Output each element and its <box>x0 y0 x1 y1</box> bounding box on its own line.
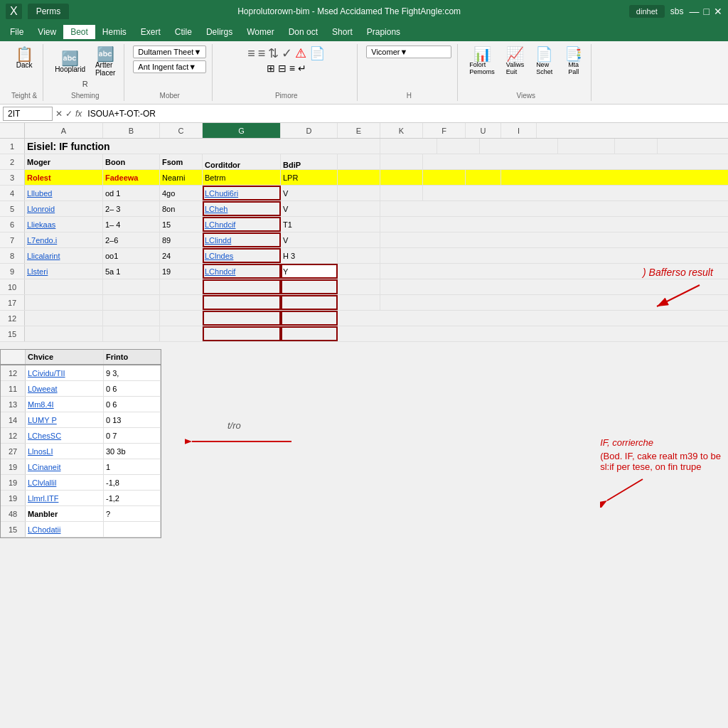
cell-c1[interactable] <box>437 139 480 154</box>
cell-g10[interactable] <box>203 279 281 294</box>
cell-b2[interactable]: Boon <box>103 154 160 169</box>
mta-button[interactable]: 📑 MtaPall <box>562 46 585 77</box>
cell-k2[interactable] <box>380 154 423 169</box>
cell-b4[interactable]: od 1 <box>103 186 160 200</box>
lower-num-19c[interactable]: 19 <box>1 491 26 505</box>
cell-a2[interactable]: Moger <box>25 154 103 169</box>
new-schet-button[interactable]: 📄 NewSchet <box>532 46 556 77</box>
cell-c7[interactable]: 89 <box>160 232 203 247</box>
window-controls[interactable]: — □ ✕ <box>690 6 722 17</box>
ant-dropdown[interactable]: Ant Ingent fact ▼ <box>133 60 206 73</box>
fx-confirm-icon[interactable]: ✓ <box>65 109 73 119</box>
row-num-12[interactable]: 12 <box>0 311 25 326</box>
menu-hemis[interactable]: Hemis <box>95 25 134 39</box>
close-button[interactable]: ✕ <box>714 6 722 17</box>
fx-cancel-icon[interactable]: ✕ <box>55 109 63 119</box>
cell-u3[interactable] <box>466 170 501 185</box>
lower-num-14[interactable]: 14 <box>1 412 26 427</box>
menu-beot[interactable]: Beot <box>63 25 95 39</box>
lower-cell-b-13[interactable]: 0 6 <box>104 397 161 412</box>
grid-wrapper[interactable]: 1 Eisiel: IF function 2 Moger Boon Fsom … <box>0 139 728 728</box>
cell-g1[interactable] <box>480 139 558 154</box>
merge-icon[interactable]: ⊟ <box>278 63 287 74</box>
menu-prapions[interactable]: Prapions <box>360 25 407 39</box>
cell-c9[interactable]: 19 <box>160 264 203 279</box>
menu-short[interactable]: Short <box>325 25 360 39</box>
lower-cell-a-27[interactable]: LlnosLI <box>26 444 104 459</box>
check-icon[interactable]: ✓ <box>282 46 292 61</box>
cell-e5[interactable] <box>338 201 380 216</box>
cell-a5[interactable]: Llonroid <box>25 201 103 216</box>
row-num-1[interactable]: 1 <box>0 139 25 154</box>
lower-cell-b-15[interactable] <box>104 522 161 537</box>
lower-col-b-header[interactable]: Frinto <box>104 350 161 364</box>
cell-g17[interactable] <box>203 295 281 310</box>
cell-c4[interactable]: 4go <box>160 186 203 200</box>
menu-view[interactable]: View <box>31 25 63 39</box>
lower-cell-b-14[interactable]: 0 13 <box>104 412 161 427</box>
cell-e10[interactable] <box>338 279 380 294</box>
menu-exert[interactable]: Exert <box>134 25 168 39</box>
cell-g8[interactable]: LClndes <box>203 248 281 263</box>
cell-g5[interactable]: LCheh <box>203 201 281 216</box>
lower-cell-a-19b[interactable]: LClvlallil <box>26 475 104 490</box>
lower-cell-b-12b[interactable]: 0 7 <box>104 428 161 443</box>
cell-c15[interactable] <box>160 326 203 341</box>
copy-icon[interactable]: 📄 <box>309 46 325 61</box>
cell-f3[interactable] <box>423 170 466 185</box>
formula-input[interactable]: ISOUA+T-OT:-OR <box>85 107 725 120</box>
cell-g12[interactable] <box>203 311 281 326</box>
lower-cell-b-12[interactable]: 9 3, <box>104 365 161 380</box>
cell-e1[interactable] <box>615 139 658 154</box>
row-num-5[interactable]: 5 <box>0 201 25 216</box>
col-header-d[interactable]: D <box>281 123 338 138</box>
lower-cell-b-19c[interactable]: -1,2 <box>104 491 161 505</box>
lower-cell-a-12b[interactable]: LChesSC <box>26 428 104 443</box>
row-num-17[interactable]: 17 <box>0 295 25 310</box>
cell-a1[interactable]: Eisiel: IF function <box>25 139 380 154</box>
cell-a4[interactable]: Lllubed <box>25 186 103 200</box>
menu-donoct[interactable]: Don oct <box>282 25 325 39</box>
cell-e9[interactable] <box>338 264 380 279</box>
lower-num-19b[interactable]: 19 <box>1 475 26 490</box>
sort-icon[interactable]: ⇅ <box>268 46 279 61</box>
col-header-c[interactable]: C <box>160 123 203 138</box>
cell-a15[interactable] <box>25 326 103 341</box>
cell-d5[interactable]: V <box>281 201 338 216</box>
cell-e7[interactable] <box>338 232 380 247</box>
cell-e8[interactable] <box>338 248 380 263</box>
cell-c6[interactable]: 15 <box>160 217 203 232</box>
row-num-10[interactable]: 10 <box>0 279 25 294</box>
lower-cell-a-12[interactable]: LCividu/TII <box>26 365 104 380</box>
lower-cell-a-19a[interactable]: LCinaneit <box>26 459 104 474</box>
cell-g4[interactable]: LChudi6ri <box>203 186 281 200</box>
cell-b17[interactable] <box>103 295 160 310</box>
align-left-icon[interactable]: ≡ <box>247 46 255 61</box>
col-header-f[interactable]: F <box>423 123 466 138</box>
vicomer-dropdown[interactable]: Vicomer ▼ <box>366 46 451 58</box>
lower-cell-a-48[interactable]: Manbler <box>26 506 104 521</box>
minimize-button[interactable]: — <box>690 6 700 17</box>
row-num-4[interactable]: 4 <box>0 186 25 200</box>
menu-womer[interactable]: Womer <box>240 25 281 39</box>
cell-g9[interactable]: LChndcif <box>203 264 281 279</box>
lower-cell-a-19c[interactable]: Llmrl.ITF <box>26 491 104 505</box>
cell-d8[interactable]: H 3 <box>281 248 338 263</box>
cell-a7[interactable]: L7endo.i <box>25 232 103 247</box>
lower-num-27[interactable]: 27 <box>1 444 26 459</box>
cell-b9[interactable]: 5a 1 <box>103 264 160 279</box>
cell-b12[interactable] <box>103 311 160 326</box>
folort-button[interactable]: 📊 FolortPemoms <box>466 46 498 77</box>
align-center-icon[interactable]: ≡ <box>258 46 266 61</box>
border-icon[interactable]: ⊞ <box>267 63 275 74</box>
cell-d12[interactable] <box>281 311 338 326</box>
cell-k4[interactable] <box>380 186 423 200</box>
cell-c12[interactable] <box>160 311 203 326</box>
lower-num-15[interactable]: 15 <box>1 522 26 537</box>
menu-ctile[interactable]: Ctile <box>168 25 199 39</box>
col-header-g[interactable]: G <box>203 123 281 138</box>
cell-b7[interactable]: 2–6 <box>103 232 160 247</box>
cell-a6[interactable]: Lliekaas <box>25 217 103 232</box>
lower-num-13[interactable]: 13 <box>1 397 26 412</box>
row-num-8[interactable]: 8 <box>0 248 25 263</box>
